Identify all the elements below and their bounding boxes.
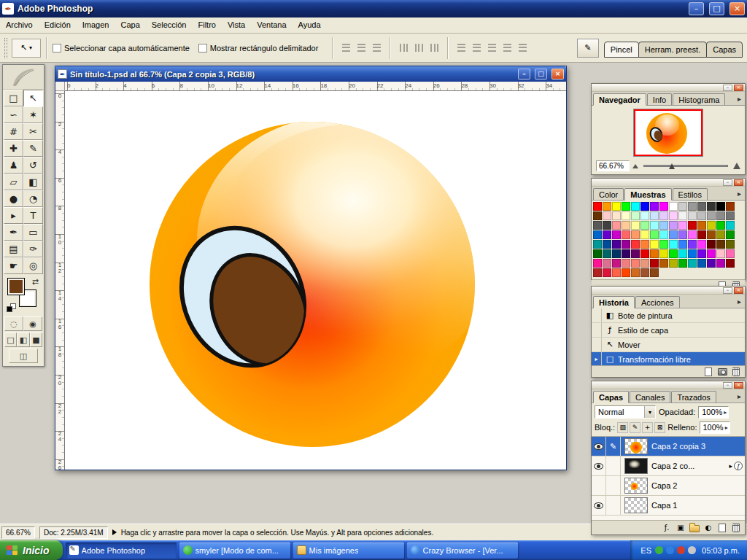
color-swatch[interactable] (726, 211, 735, 220)
color-swatch[interactable] (612, 221, 621, 230)
edit-in-imageready-button[interactable]: ◫ (9, 349, 38, 363)
align-button[interactable] (411, 42, 427, 55)
notes-tool[interactable]: ▤ (4, 241, 23, 257)
history-source-cell[interactable]: ▸ (592, 352, 602, 365)
tab-historia[interactable]: Historia (593, 296, 635, 308)
color-swatch[interactable] (640, 230, 649, 239)
menu-item-selección[interactable]: Selección (146, 18, 193, 33)
color-swatch[interactable] (603, 268, 611, 277)
maximize-button[interactable]: □ (709, 2, 724, 15)
color-swatch[interactable] (622, 230, 630, 239)
color-swatch[interactable] (631, 202, 640, 211)
chevron-down-icon[interactable]: ▾ (644, 406, 655, 418)
navigator-thumbnail[interactable] (633, 109, 703, 157)
blur-tool[interactable]: ● (4, 190, 23, 207)
align-button[interactable] (427, 42, 442, 55)
add-layer-style-button[interactable]: ƒ. (662, 523, 672, 533)
show-bounding-box-checkbox[interactable]: Mostrar rectángulo delimitador (198, 44, 319, 52)
color-swatch[interactable] (688, 240, 697, 249)
color-swatch[interactable] (622, 240, 630, 249)
history-item[interactable]: ƒEstilo de capa (592, 323, 745, 338)
color-swatch[interactable] (640, 259, 649, 268)
color-swatch[interactable] (697, 259, 706, 268)
color-swatch[interactable] (697, 240, 706, 249)
color-swatch[interactable] (678, 240, 687, 249)
color-swatch[interactable] (688, 259, 697, 268)
menu-item-archivo[interactable]: Archivo (0, 18, 39, 33)
tab-canales[interactable]: Canales (630, 391, 670, 402)
color-swatch[interactable] (612, 202, 621, 211)
panel-menu-icon[interactable]: ▸ (735, 298, 743, 308)
default-colors-icon[interactable] (7, 306, 12, 312)
color-swatch[interactable] (716, 211, 725, 220)
color-swatch[interactable] (726, 221, 735, 230)
layer-row[interactable]: Capa 2 (592, 476, 745, 496)
color-swatch[interactable] (631, 211, 640, 220)
panel-menu-icon[interactable]: ▸ (735, 95, 743, 105)
lock-button-3[interactable]: ⊠ (654, 422, 665, 433)
tab-acciones[interactable]: Acciones (635, 296, 680, 308)
panel-close-button[interactable]: × (734, 85, 743, 91)
taskbar-button[interactable]: smyler [Modo de com... (179, 542, 290, 559)
taskbar-button[interactable]: Mis imágenes (293, 542, 404, 559)
lasso-tool[interactable]: ∽ (4, 106, 23, 123)
slice-tool[interactable]: ✂ (23, 123, 43, 140)
arrow-right-icon[interactable]: ▸ (725, 424, 728, 431)
color-swatch[interactable] (697, 221, 706, 230)
menu-item-ayuda[interactable]: Ayuda (293, 18, 327, 33)
canvas[interactable] (65, 91, 566, 470)
panel-grip[interactable]: – × (592, 84, 745, 92)
color-swatch[interactable] (688, 221, 697, 230)
color-swatch[interactable] (631, 268, 640, 277)
color-swatch[interactable] (612, 249, 621, 258)
tray-icon[interactable] (655, 546, 663, 554)
new-layer-button[interactable] (717, 523, 727, 533)
layer-visibility-toggle[interactable] (592, 456, 606, 475)
color-swatch[interactable] (688, 230, 697, 239)
color-swatch[interactable] (697, 230, 706, 239)
layer-effects-expand-icon[interactable]: ▸ (729, 462, 732, 470)
color-swatch[interactable] (726, 230, 735, 239)
color-swatch[interactable] (659, 259, 668, 268)
history-item[interactable]: ▸□Transformación libre (592, 352, 745, 365)
zoom-slider[interactable] (643, 165, 728, 167)
start-button[interactable]: Inicio (0, 540, 63, 560)
color-swatch[interactable] (593, 211, 602, 220)
color-swatch[interactable] (707, 221, 716, 230)
menu-item-filtro[interactable]: Filtro (192, 18, 221, 33)
brush-preset-button[interactable]: ✎ (577, 39, 599, 58)
color-swatch[interactable] (650, 268, 659, 277)
layer-row[interactable]: Capa 1 (592, 496, 745, 516)
new-snapshot-button[interactable] (717, 367, 727, 377)
tab-histograma[interactable]: Histograma (673, 93, 725, 105)
palette-well-tab-0[interactable]: Pincel (604, 42, 639, 58)
hand-tool[interactable]: ☛ (4, 257, 23, 274)
color-swatch[interactable] (650, 211, 659, 220)
language-indicator[interactable]: ES (640, 546, 651, 555)
document-minimize-button[interactable]: – (518, 69, 530, 79)
color-swatch[interactable] (659, 240, 668, 249)
color-swatch[interactable] (726, 240, 735, 249)
color-swatch[interactable] (631, 249, 640, 258)
color-swatch[interactable] (640, 211, 649, 220)
menu-item-capa[interactable]: Capa (115, 18, 145, 33)
tab-info[interactable]: Info (647, 93, 672, 105)
tray-icon[interactable] (688, 546, 696, 554)
color-swatch[interactable] (603, 202, 611, 211)
color-swatch[interactable] (650, 259, 659, 268)
tab-trazados[interactable]: Trazados (671, 391, 716, 402)
magic-wand-tool[interactable]: ✶ (23, 106, 43, 123)
panel-grip[interactable]: – × (592, 381, 745, 389)
menu-item-imagen[interactable]: Imagen (77, 18, 115, 33)
fill-value[interactable]: 100% ▸ (700, 421, 730, 434)
checkbox-box[interactable] (53, 44, 61, 52)
color-swatch[interactable] (707, 240, 716, 249)
history-item[interactable]: ↖Mover (592, 338, 745, 352)
color-swatch[interactable] (622, 249, 630, 258)
color-swatch[interactable] (622, 268, 630, 277)
color-swatch[interactable] (669, 249, 678, 258)
layer-visibility-toggle[interactable] (592, 476, 606, 495)
document-maximize-button[interactable]: □ (535, 69, 547, 79)
document-close-button[interactable]: × (551, 69, 564, 79)
color-swatch[interactable] (726, 259, 735, 268)
